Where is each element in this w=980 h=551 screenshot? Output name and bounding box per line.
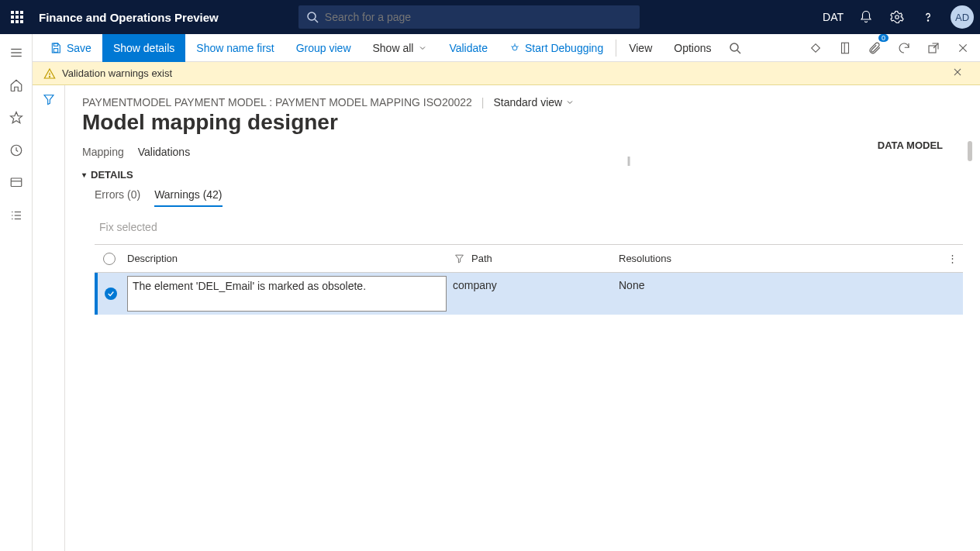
popout-button[interactable] (923, 37, 944, 59)
nav-favorites-button[interactable] (7, 108, 26, 127)
divider (616, 40, 616, 57)
svg-point-3 (927, 20, 928, 21)
svg-point-23 (730, 43, 738, 51)
nav-home-button[interactable] (7, 76, 26, 95)
validate-button[interactable]: Validate (438, 34, 499, 62)
view-name: Standard view (493, 96, 562, 108)
data-model-heading: DATA MODEL (878, 139, 943, 151)
options-label: Options (674, 42, 711, 54)
save-icon (50, 42, 62, 54)
nav-expand-button[interactable] (7, 43, 26, 62)
scrollbar-thumb[interactable] (968, 141, 972, 161)
close-page-button[interactable] (952, 37, 974, 59)
view-menu[interactable]: View (618, 34, 663, 62)
user-avatar[interactable]: AD (951, 5, 974, 29)
details-toggle[interactable]: ▾ DETAILS (82, 169, 963, 181)
app-launcher-button[interactable] (6, 6, 28, 28)
show-details-button[interactable]: Show details (102, 34, 185, 62)
svg-rect-26 (842, 43, 849, 53)
top-right-tools: DAT AD (823, 5, 974, 29)
warning-icon (43, 67, 56, 80)
chevron-down-icon (418, 43, 427, 53)
star-icon (9, 111, 23, 125)
breadcrumb: PAYMENTMODEL PAYMENT MODEL : PAYMENT MOD… (82, 96, 472, 108)
table-row[interactable]: The element 'DEL_Email' is marked as obs… (95, 273, 963, 315)
diamond-icon (809, 41, 823, 55)
row-description-cell[interactable]: The element 'DEL_Email' is marked as obs… (127, 276, 447, 312)
show-name-first-label: Show name first (196, 42, 274, 54)
svg-point-33 (49, 76, 50, 77)
search-input[interactable] (325, 11, 632, 23)
popout-icon (927, 41, 940, 55)
splitter-handle[interactable]: ║ (626, 157, 631, 164)
attachments-button[interactable]: 0 (864, 37, 885, 59)
attachment-icon (868, 41, 882, 55)
modules-icon (9, 208, 23, 222)
group-view-button[interactable]: Group view (285, 34, 362, 62)
clock-icon (9, 143, 23, 157)
details-sub-tabs: Errors (0) Warnings (42) (95, 188, 963, 207)
header-description[interactable]: Description (127, 253, 178, 264)
hamburger-icon (9, 46, 23, 60)
tab-validations[interactable]: Validations (138, 146, 190, 163)
svg-marker-37 (455, 255, 463, 263)
er-button[interactable] (805, 37, 826, 59)
view-selector[interactable]: Standard view (493, 96, 575, 108)
search-icon (306, 11, 319, 23)
nav-modules-button[interactable] (7, 206, 26, 225)
warnings-grid: Description Path Resolutions ⋮ (95, 244, 963, 315)
find-button[interactable] (723, 34, 747, 62)
close-icon (952, 67, 963, 77)
warning-text: Validation warnings exist (62, 67, 172, 79)
show-all-label: Show all (373, 42, 414, 54)
start-debugging-button[interactable]: Start Debugging (499, 34, 614, 62)
waffle-icon (11, 11, 23, 23)
show-name-first-button[interactable]: Show name first (185, 34, 285, 62)
filter-icon (454, 253, 464, 263)
filter-pane-button[interactable] (43, 93, 55, 551)
row-checkbox[interactable] (105, 288, 117, 300)
nav-recent-button[interactable] (7, 141, 26, 160)
banner-close-button[interactable] (952, 67, 969, 80)
group-view-label: Group view (296, 42, 351, 54)
settings-button[interactable] (889, 9, 906, 26)
column-filter-button[interactable] (450, 253, 468, 263)
close-icon (957, 42, 969, 54)
svg-rect-9 (11, 178, 22, 187)
svg-marker-36 (44, 95, 53, 105)
select-all-checkbox[interactable] (103, 253, 116, 265)
row-resolutions-cell[interactable]: None (616, 273, 963, 315)
svg-point-2 (895, 15, 899, 19)
grid-header: Description Path Resolutions ⋮ (95, 245, 963, 273)
header-path[interactable]: Path (471, 253, 492, 264)
save-label: Save (67, 42, 91, 54)
search-box[interactable] (298, 5, 640, 29)
header-resolutions[interactable]: Resolutions (619, 253, 671, 264)
side-nav-rail (0, 34, 33, 551)
refresh-button[interactable] (893, 37, 915, 59)
svg-rect-17 (53, 43, 57, 46)
fix-selected-button[interactable]: Fix selected (99, 221, 963, 233)
notifications-button[interactable] (858, 9, 875, 26)
sub-tab-errors[interactable]: Errors (0) (95, 188, 140, 207)
filter-icon (43, 93, 55, 105)
svg-line-1 (315, 19, 318, 22)
home-icon (9, 78, 23, 92)
help-button[interactable] (920, 9, 937, 26)
action-bar: Save Show details Show name first Group … (33, 34, 980, 62)
tab-mapping[interactable]: Mapping (82, 146, 124, 163)
show-all-button[interactable]: Show all (362, 34, 439, 62)
office-addin-button[interactable] (834, 37, 856, 59)
validation-warning-banner: Validation warnings exist (33, 62, 980, 85)
row-path-cell[interactable]: company (450, 273, 616, 315)
options-menu[interactable]: Options (663, 34, 722, 62)
company-code[interactable]: DAT (823, 11, 844, 23)
validate-label: Validate (449, 42, 488, 54)
chevron-down-icon (565, 98, 575, 107)
grid-menu-button[interactable]: ⋮ (941, 253, 963, 264)
save-button[interactable]: Save (39, 34, 102, 62)
sub-tab-warnings[interactable]: Warnings (42) (154, 188, 222, 207)
start-debugging-label: Start Debugging (525, 42, 603, 54)
bell-icon (859, 10, 873, 24)
nav-workspaces-button[interactable] (7, 174, 26, 192)
